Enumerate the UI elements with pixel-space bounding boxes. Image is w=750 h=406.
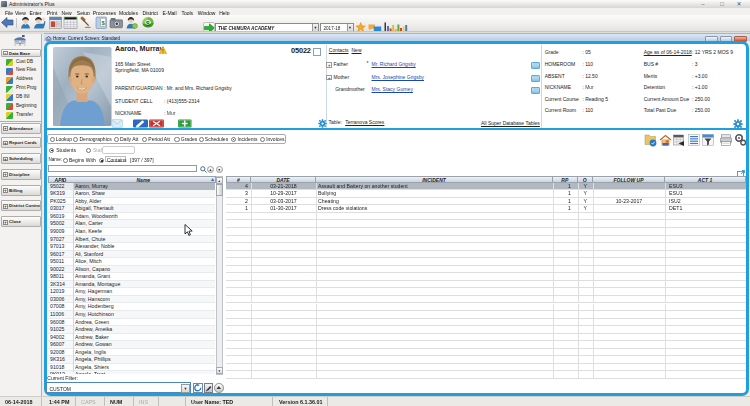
svg-text:$: $ xyxy=(146,20,150,28)
svg-text:!: ! xyxy=(162,48,164,54)
